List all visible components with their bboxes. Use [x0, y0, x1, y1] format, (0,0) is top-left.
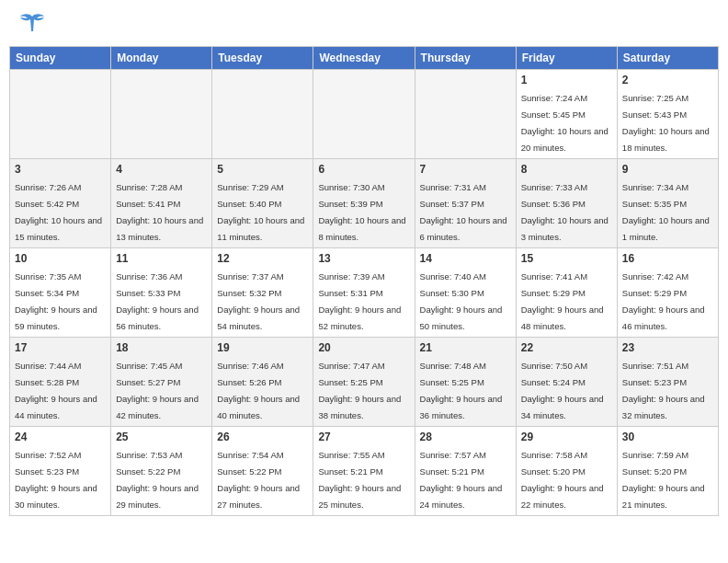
header-wednesday: Wednesday [313, 47, 415, 70]
day-info: Sunrise: 7:24 AM Sunset: 5:45 PM Dayligh… [521, 93, 609, 153]
day-cell [212, 70, 313, 159]
calendar-table: Sunday Monday Tuesday Wednesday Thursday… [9, 46, 719, 516]
day-cell: 14Sunrise: 7:40 AM Sunset: 5:30 PM Dayli… [415, 248, 516, 338]
day-info: Sunrise: 7:25 AM Sunset: 5:43 PM Dayligh… [622, 93, 710, 153]
day-cell: 29Sunrise: 7:58 AM Sunset: 5:20 PM Dayli… [516, 427, 617, 516]
day-cell: 6Sunrise: 7:30 AM Sunset: 5:39 PM Daylig… [313, 159, 415, 248]
day-cell: 13Sunrise: 7:39 AM Sunset: 5:31 PM Dayli… [313, 248, 415, 338]
week-row-3: 10Sunrise: 7:35 AM Sunset: 5:34 PM Dayli… [10, 248, 719, 338]
day-number: 16 [622, 252, 713, 265]
header-sunday: Sunday [10, 47, 111, 70]
day-number: 9 [622, 163, 713, 176]
day-info: Sunrise: 7:53 AM Sunset: 5:22 PM Dayligh… [116, 450, 199, 510]
day-number: 26 [217, 431, 308, 443]
day-cell: 7Sunrise: 7:31 AM Sunset: 5:37 PM Daylig… [415, 159, 516, 248]
day-cell [111, 70, 212, 159]
day-info: Sunrise: 7:26 AM Sunset: 5:42 PM Dayligh… [15, 182, 102, 242]
day-number: 25 [116, 431, 207, 443]
page-container: Sunday Monday Tuesday Wednesday Thursday… [0, 0, 728, 563]
day-info: Sunrise: 7:58 AM Sunset: 5:20 PM Dayligh… [521, 450, 604, 510]
day-cell [415, 70, 516, 159]
day-info: Sunrise: 7:41 AM Sunset: 5:29 PM Dayligh… [521, 271, 604, 331]
day-cell: 26Sunrise: 7:54 AM Sunset: 5:22 PM Dayli… [212, 427, 313, 516]
day-info: Sunrise: 7:42 AM Sunset: 5:29 PM Dayligh… [622, 271, 705, 331]
day-cell: 22Sunrise: 7:50 AM Sunset: 5:24 PM Dayli… [516, 338, 617, 427]
day-cell: 9Sunrise: 7:34 AM Sunset: 5:35 PM Daylig… [617, 159, 718, 248]
day-cell: 11Sunrise: 7:36 AM Sunset: 5:33 PM Dayli… [111, 248, 212, 338]
day-number: 15 [521, 252, 612, 265]
day-number: 28 [420, 431, 511, 443]
day-info: Sunrise: 7:45 AM Sunset: 5:27 PM Dayligh… [116, 361, 199, 420]
header-monday: Monday [111, 47, 212, 70]
week-row-2: 3Sunrise: 7:26 AM Sunset: 5:42 PM Daylig… [10, 159, 719, 248]
day-number: 24 [15, 431, 106, 443]
day-info: Sunrise: 7:34 AM Sunset: 5:35 PM Dayligh… [622, 182, 710, 242]
logo [14, 9, 46, 40]
day-number: 3 [15, 163, 106, 176]
header-thursday: Thursday [415, 47, 516, 70]
day-number: 1 [521, 74, 612, 86]
day-number: 6 [318, 163, 409, 176]
day-cell: 20Sunrise: 7:47 AM Sunset: 5:25 PM Dayli… [313, 338, 415, 427]
logo-bird-icon [18, 9, 46, 40]
day-info: Sunrise: 7:39 AM Sunset: 5:31 PM Dayligh… [318, 271, 401, 331]
day-number: 14 [420, 252, 511, 265]
day-cell [10, 70, 111, 159]
day-info: Sunrise: 7:59 AM Sunset: 5:20 PM Dayligh… [622, 450, 705, 510]
day-number: 29 [521, 431, 612, 443]
day-cell: 16Sunrise: 7:42 AM Sunset: 5:29 PM Dayli… [617, 248, 718, 338]
day-number: 21 [420, 341, 511, 354]
day-cell: 18Sunrise: 7:45 AM Sunset: 5:27 PM Dayli… [111, 338, 212, 427]
day-info: Sunrise: 7:52 AM Sunset: 5:23 PM Dayligh… [15, 450, 97, 510]
day-number: 8 [521, 163, 612, 176]
day-info: Sunrise: 7:55 AM Sunset: 5:21 PM Dayligh… [318, 450, 401, 510]
day-cell: 19Sunrise: 7:46 AM Sunset: 5:26 PM Dayli… [212, 338, 313, 427]
day-number: 17 [15, 341, 106, 354]
day-number: 2 [622, 74, 713, 86]
day-cell: 21Sunrise: 7:48 AM Sunset: 5:25 PM Dayli… [415, 338, 516, 427]
day-number: 23 [622, 341, 713, 354]
day-info: Sunrise: 7:37 AM Sunset: 5:32 PM Dayligh… [217, 271, 300, 331]
day-number: 7 [420, 163, 511, 176]
header-saturday: Saturday [617, 47, 718, 70]
day-cell: 4Sunrise: 7:28 AM Sunset: 5:41 PM Daylig… [111, 159, 212, 248]
day-number: 18 [116, 341, 207, 354]
day-info: Sunrise: 7:36 AM Sunset: 5:33 PM Dayligh… [116, 271, 199, 331]
day-info: Sunrise: 7:54 AM Sunset: 5:22 PM Dayligh… [217, 450, 300, 510]
day-number: 19 [217, 341, 308, 354]
day-number: 13 [318, 252, 409, 265]
day-info: Sunrise: 7:31 AM Sunset: 5:37 PM Dayligh… [420, 182, 507, 242]
day-cell: 17Sunrise: 7:44 AM Sunset: 5:28 PM Dayli… [10, 338, 111, 427]
day-cell: 12Sunrise: 7:37 AM Sunset: 5:32 PM Dayli… [212, 248, 313, 338]
day-number: 11 [116, 252, 207, 265]
day-info: Sunrise: 7:30 AM Sunset: 5:39 PM Dayligh… [318, 182, 405, 242]
header-tuesday: Tuesday [212, 47, 313, 70]
week-row-1: 1Sunrise: 7:24 AM Sunset: 5:45 PM Daylig… [10, 70, 719, 159]
day-number: 20 [318, 341, 409, 354]
day-info: Sunrise: 7:44 AM Sunset: 5:28 PM Dayligh… [15, 361, 97, 420]
day-cell: 10Sunrise: 7:35 AM Sunset: 5:34 PM Dayli… [10, 248, 111, 338]
day-number: 4 [116, 163, 207, 176]
day-cell: 30Sunrise: 7:59 AM Sunset: 5:20 PM Dayli… [617, 427, 718, 516]
day-number: 12 [217, 252, 308, 265]
week-row-5: 24Sunrise: 7:52 AM Sunset: 5:23 PM Dayli… [10, 427, 719, 516]
day-info: Sunrise: 7:28 AM Sunset: 5:41 PM Dayligh… [116, 182, 203, 242]
day-info: Sunrise: 7:35 AM Sunset: 5:34 PM Dayligh… [15, 271, 97, 331]
day-info: Sunrise: 7:57 AM Sunset: 5:21 PM Dayligh… [420, 450, 503, 510]
day-cell [313, 70, 415, 159]
day-cell: 24Sunrise: 7:52 AM Sunset: 5:23 PM Dayli… [10, 427, 111, 516]
day-cell: 23Sunrise: 7:51 AM Sunset: 5:23 PM Dayli… [617, 338, 718, 427]
day-number: 22 [521, 341, 612, 354]
day-info: Sunrise: 7:51 AM Sunset: 5:23 PM Dayligh… [622, 361, 705, 420]
day-cell: 8Sunrise: 7:33 AM Sunset: 5:36 PM Daylig… [516, 159, 617, 248]
day-cell: 28Sunrise: 7:57 AM Sunset: 5:21 PM Dayli… [415, 427, 516, 516]
day-number: 27 [318, 431, 409, 443]
day-cell: 2Sunrise: 7:25 AM Sunset: 5:43 PM Daylig… [617, 70, 718, 159]
day-cell: 15Sunrise: 7:41 AM Sunset: 5:29 PM Dayli… [516, 248, 617, 338]
day-info: Sunrise: 7:40 AM Sunset: 5:30 PM Dayligh… [420, 271, 503, 331]
day-number: 10 [15, 252, 106, 265]
day-info: Sunrise: 7:29 AM Sunset: 5:40 PM Dayligh… [217, 182, 304, 242]
week-row-4: 17Sunrise: 7:44 AM Sunset: 5:28 PM Dayli… [10, 338, 719, 427]
day-info: Sunrise: 7:33 AM Sunset: 5:36 PM Dayligh… [521, 182, 609, 242]
day-cell: 3Sunrise: 7:26 AM Sunset: 5:42 PM Daylig… [10, 159, 111, 248]
